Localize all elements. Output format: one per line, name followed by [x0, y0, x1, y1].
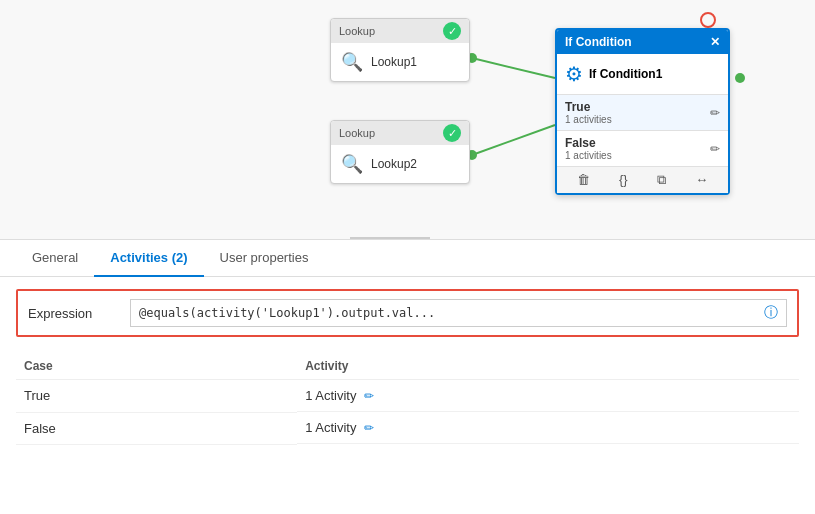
table-row: True1 Activity✏ — [16, 380, 799, 413]
table-header-row: Case Activity — [16, 353, 799, 380]
case-cell: False — [16, 412, 297, 444]
lookup2-header: Lookup ✓ — [331, 121, 469, 145]
if-toolbar: 🗑 {} ⧉ ↔ — [557, 167, 728, 193]
connect-icon[interactable]: ↔ — [695, 172, 708, 188]
col-case: Case — [16, 353, 297, 380]
col-activity: Activity — [297, 353, 799, 380]
case-cell: True — [16, 380, 297, 413]
activity-edit-icon[interactable]: ✏ — [364, 421, 374, 435]
bottom-panel: General Activities (2) User properties E… — [0, 240, 815, 457]
lookup2-body: 🔍 Lookup2 — [331, 145, 469, 183]
properties-area: Expression @equals(activity('Lookup1').o… — [0, 277, 815, 457]
svg-line-0 — [472, 58, 555, 78]
activity-value: 1 Activity — [305, 420, 356, 435]
expression-info-icon[interactable]: ⓘ — [764, 304, 778, 322]
svg-line-2 — [472, 125, 555, 155]
lookup1-check-icon: ✓ — [443, 22, 461, 40]
case-table: Case Activity True1 Activity✏False1 Acti… — [16, 353, 799, 445]
lookup2-header-label: Lookup — [339, 127, 375, 139]
true-branch-info: True 1 activities — [565, 100, 612, 125]
canvas-divider — [350, 237, 430, 239]
expression-input[interactable]: @equals(activity('Lookup1').output.val..… — [130, 299, 787, 327]
if-condition-header-label: If Condition — [565, 35, 632, 49]
lookup1-node[interactable]: Lookup ✓ 🔍 Lookup1 — [330, 18, 470, 82]
true-branch-count: 1 activities — [565, 114, 612, 125]
table-row: False1 Activity✏ — [16, 412, 799, 444]
tab-user-properties[interactable]: User properties — [204, 240, 325, 277]
canvas-area: Lookup ✓ 🔍 Lookup1 Lookup ✓ 🔍 Lookup2 If… — [0, 0, 815, 240]
expression-row: Expression @equals(activity('Lookup1').o… — [16, 289, 799, 337]
lookup1-search-icon: 🔍 — [341, 51, 363, 73]
activity-edit-icon[interactable]: ✏ — [364, 389, 374, 403]
svg-point-4 — [735, 73, 745, 83]
code-icon[interactable]: {} — [619, 172, 628, 188]
false-branch-edit-icon[interactable]: ✏ — [710, 142, 720, 156]
if-condition-header: If Condition ✕ — [557, 30, 728, 54]
false-branch-name: False — [565, 136, 612, 150]
activity-cell: 1 Activity✏ — [297, 380, 799, 412]
delete-icon[interactable]: 🗑 — [577, 172, 590, 188]
tab-general[interactable]: General — [16, 240, 94, 277]
activity-cell: 1 Activity✏ — [297, 412, 799, 444]
if-condition-node[interactable]: If Condition ✕ ⚙ If Condition1 True 1 ac… — [555, 28, 730, 195]
lookup2-node[interactable]: Lookup ✓ 🔍 Lookup2 — [330, 120, 470, 184]
tab-bar: General Activities (2) User properties — [0, 240, 815, 277]
false-branch-count: 1 activities — [565, 150, 612, 161]
if-condition-title-row: ⚙ If Condition1 — [557, 54, 728, 95]
false-branch[interactable]: False 1 activities ✏ — [557, 131, 728, 167]
lookup2-label: Lookup2 — [371, 157, 417, 171]
lookup1-header-label: Lookup — [339, 25, 375, 37]
false-branch-info: False 1 activities — [565, 136, 612, 161]
lookup2-check-icon: ✓ — [443, 124, 461, 142]
if-condition-icon: ⚙ — [565, 62, 583, 86]
activity-value: 1 Activity — [305, 388, 356, 403]
if-condition-close-icon[interactable]: ✕ — [710, 35, 720, 49]
lookup1-label: Lookup1 — [371, 55, 417, 69]
true-branch-edit-icon[interactable]: ✏ — [710, 106, 720, 120]
true-branch-name: True — [565, 100, 612, 114]
lookup1-body: 🔍 Lookup1 — [331, 43, 469, 81]
expression-label: Expression — [28, 306, 118, 321]
copy-icon[interactable]: ⧉ — [657, 172, 666, 188]
if-condition-title: If Condition1 — [589, 67, 662, 81]
start-indicator — [700, 12, 716, 28]
true-branch[interactable]: True 1 activities ✏ — [557, 95, 728, 131]
expression-text: @equals(activity('Lookup1').output.val..… — [139, 306, 435, 320]
lookup1-header: Lookup ✓ — [331, 19, 469, 43]
tab-activities[interactable]: Activities (2) — [94, 240, 203, 277]
lookup2-search-icon: 🔍 — [341, 153, 363, 175]
